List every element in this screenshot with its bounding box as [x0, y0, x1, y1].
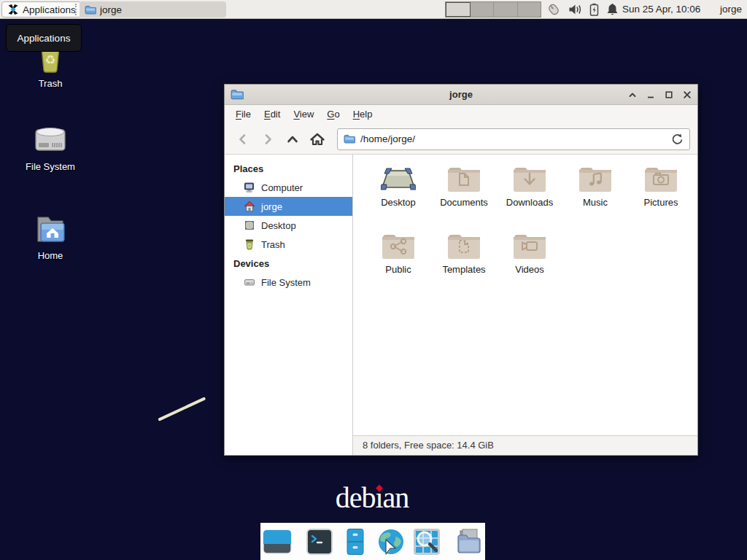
desktop-icon-label: Home [38, 250, 63, 261]
application-finder-launcher[interactable] [412, 527, 441, 556]
forward-button[interactable] [257, 128, 279, 150]
path-folder-icon [344, 134, 355, 144]
home-icon [244, 201, 255, 212]
debian-logo: debıan [299, 481, 445, 516]
menu-bar: File Edit View Go Help [225, 105, 697, 124]
logo-text: deb [336, 481, 376, 514]
path-bar[interactable] [337, 128, 690, 150]
show-desktop-icon [263, 528, 292, 556]
menu-edit[interactable]: Edit [258, 105, 287, 124]
hard-drive-icon [244, 276, 255, 288]
window-controls [628, 90, 692, 99]
terminal-launcher[interactable] [305, 527, 334, 556]
status-bar: 8 folders, Free space: 14.4 GiB [353, 435, 697, 455]
workspace-1[interactable] [446, 2, 471, 17]
folder-item-pictures[interactable]: Pictures [628, 164, 694, 208]
folder-label: Music [583, 197, 608, 208]
notification-bell-icon[interactable] [606, 3, 619, 16]
show-desktop-button[interactable] [263, 527, 292, 556]
workspace-4[interactable] [518, 2, 541, 17]
web-browser-globe-icon [376, 528, 406, 556]
sidebar-header-places: Places [225, 159, 352, 178]
application-finder-icon [412, 528, 441, 556]
videos-folder-icon [512, 231, 547, 260]
folder-label: Public [385, 264, 411, 275]
shade-button[interactable] [628, 90, 637, 99]
path-input[interactable] [360, 133, 666, 144]
workspace-3[interactable] [494, 2, 518, 17]
file-manager-folder-icon [454, 528, 484, 556]
trash-icon [244, 238, 255, 250]
mouse-device-icon[interactable] [546, 2, 562, 17]
folder-label: Desktop [381, 197, 416, 208]
sidebar-item-jorge[interactable]: jorge [225, 197, 352, 216]
folder-label: Downloads [506, 197, 553, 208]
applications-menu-button[interactable]: Applications [1, 1, 82, 18]
tasklist-handle [75, 4, 78, 15]
sidebar-item-label: jorge [261, 201, 282, 212]
folder-item-public[interactable]: Public [365, 231, 431, 275]
dock [260, 523, 485, 560]
close-button[interactable] [683, 90, 692, 99]
sidebar-item-trash[interactable]: Trash [225, 235, 352, 254]
svg-text:♻: ♻ [44, 52, 55, 67]
desktop-icon-label: File System [26, 161, 75, 172]
folder-icon [85, 5, 96, 15]
hard-drive-icon [32, 122, 69, 158]
folder-grid: Desktop Documents [365, 164, 695, 275]
folder-item-videos[interactable]: Videos [497, 231, 562, 275]
window-body: Places Computer [225, 155, 697, 455]
desktop-icon-file-system[interactable]: File System [15, 122, 85, 172]
sidebar-item-file-system[interactable]: File System [225, 273, 352, 292]
content-column: Desktop Documents [353, 155, 697, 455]
menu-help[interactable]: Help [347, 105, 379, 124]
menu-view[interactable]: View [287, 105, 320, 124]
top-panel: Applications jorge [0, 0, 747, 19]
folder-item-desktop[interactable]: Desktop [365, 164, 431, 208]
clock[interactable]: Sun 25 Apr, 10:06 [622, 0, 700, 19]
file-cabinet-launcher[interactable] [341, 527, 370, 556]
window-titlebar[interactable]: jorge [225, 85, 697, 105]
file-cabinet-icon [341, 528, 370, 556]
sidebar-item-label: Trash [261, 239, 285, 250]
folder-item-templates[interactable]: Templates [431, 231, 497, 275]
workspace-2[interactable] [471, 2, 495, 17]
desktop-surface-icon [381, 164, 416, 193]
sidebar-item-computer[interactable]: Computer [225, 178, 352, 197]
taskbar-item-jorge[interactable]: jorge [80, 1, 226, 18]
folder-item-music[interactable]: Music [562, 164, 628, 208]
file-manager-window: jorge File Edit View Go Help [224, 84, 698, 456]
workspace-switcher[interactable] [445, 1, 541, 18]
taskbar-item-label: jorge [100, 4, 122, 15]
menu-file[interactable]: File [229, 105, 258, 124]
volume-icon[interactable] [568, 3, 582, 16]
back-button[interactable] [232, 128, 254, 150]
menu-go[interactable]: Go [320, 105, 346, 124]
desktop-icon-home[interactable]: Home [15, 211, 85, 261]
desktop-icon-label: Trash [39, 78, 63, 89]
download-folder-icon [512, 164, 547, 193]
sidebar-item-desktop[interactable]: Desktop [225, 216, 352, 235]
sidebar-header-devices: Devices [225, 254, 352, 273]
up-button[interactable] [282, 128, 303, 150]
system-tray [546, 2, 619, 17]
battery-charging-icon[interactable] [589, 3, 600, 16]
document-folder-icon [446, 164, 481, 193]
applications-menu-icon [7, 4, 19, 15]
music-folder-icon [578, 164, 613, 193]
folder-item-downloads[interactable]: Downloads [497, 164, 562, 208]
minimize-button[interactable] [646, 90, 655, 99]
share-folder-icon [381, 231, 416, 260]
folder-view[interactable]: Desktop Documents [353, 155, 697, 435]
web-browser-launcher[interactable] [376, 527, 406, 556]
terminal-icon [305, 528, 334, 556]
tooltip-text: Applications [18, 33, 71, 44]
maximize-button[interactable] [665, 90, 673, 99]
home-button[interactable] [306, 128, 328, 150]
file-manager-launcher[interactable] [454, 527, 484, 556]
folder-label: Pictures [644, 197, 678, 208]
folder-item-documents[interactable]: Documents [431, 164, 497, 208]
sidebar-item-label: Computer [261, 182, 303, 193]
templates-folder-icon [446, 231, 481, 260]
reload-icon[interactable] [671, 133, 684, 145]
